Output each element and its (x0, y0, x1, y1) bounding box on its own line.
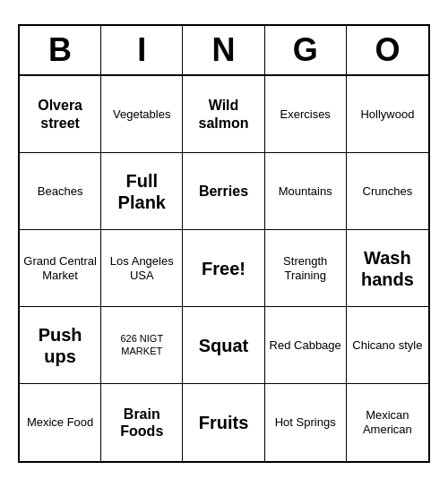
cell-label: 626 NIGT MARKET (105, 333, 178, 356)
cell-label: Olvera street (23, 97, 97, 131)
bingo-cell: Mexican American (347, 384, 428, 461)
bingo-cell: Grand Central Market (20, 230, 101, 307)
bingo-cell: Push ups (20, 307, 101, 384)
bingo-cell: Chicano style (347, 307, 428, 384)
bingo-cell: Free! (183, 230, 264, 307)
bingo-cell: Beaches (20, 153, 101, 230)
bingo-cell: Crunches (347, 153, 428, 230)
bingo-cell: Hollywood (347, 76, 428, 153)
bingo-cell: Wild salmon (183, 76, 264, 153)
cell-label: Berries (199, 183, 248, 200)
bingo-cell: Red Cabbage (265, 307, 347, 384)
bingo-cell: Wash hands (347, 230, 428, 307)
bingo-cell: Squat (183, 307, 264, 384)
cell-label: Brain Foods (105, 406, 178, 440)
cell-label: Squat (199, 335, 249, 356)
cell-label: Full Plank (105, 170, 178, 213)
bingo-grid: Olvera streetVegetablesWild salmonExerci… (20, 76, 428, 461)
header-letter: G (265, 26, 347, 74)
cell-label: Beaches (38, 184, 83, 199)
bingo-cell: Olvera street (20, 76, 101, 153)
bingo-cell: Full Plank (101, 153, 183, 230)
cell-label: Wash hands (350, 247, 425, 290)
bingo-cell: Strength Training (265, 230, 347, 307)
bingo-cell: 626 NIGT MARKET (101, 307, 183, 384)
bingo-cell: Exercises (265, 76, 347, 153)
cell-label: Crunches (363, 184, 413, 199)
cell-label: Hollywood (360, 107, 414, 122)
bingo-cell: Los Angeles USA (101, 230, 183, 307)
cell-label: Push ups (23, 324, 97, 367)
cell-label: Red Cabbage (270, 338, 341, 353)
bingo-cell: Fruits (183, 384, 264, 461)
header-letter: N (183, 26, 264, 74)
header-letter: I (101, 26, 183, 74)
cell-label: Hot Springs (275, 415, 336, 430)
header-letter: B (20, 26, 101, 74)
cell-label: Strength Training (269, 254, 342, 282)
cell-label: Chicano style (352, 338, 422, 353)
cell-label: Fruits (199, 412, 249, 433)
bingo-cell: Berries (183, 153, 264, 230)
cell-label: Free! (202, 258, 246, 279)
cell-label: Los Angeles USA (105, 254, 178, 282)
bingo-card: BINGO Olvera streetVegetablesWild salmon… (18, 24, 430, 463)
cell-label: Wild salmon (186, 97, 260, 131)
bingo-cell: Hot Springs (265, 384, 347, 461)
cell-label: Mexican American (350, 408, 425, 436)
cell-label: Grand Central Market (23, 254, 97, 282)
bingo-header: BINGO (20, 26, 428, 76)
bingo-cell: Vegetables (101, 76, 183, 153)
bingo-cell: Mexice Food (20, 384, 101, 461)
cell-label: Vegetables (113, 107, 170, 122)
cell-label: Mountains (279, 184, 332, 199)
cell-label: Exercises (280, 107, 331, 122)
bingo-cell: Brain Foods (101, 384, 183, 461)
header-letter: O (347, 26, 428, 74)
cell-label: Mexice Food (27, 415, 93, 430)
bingo-cell: Mountains (265, 153, 347, 230)
